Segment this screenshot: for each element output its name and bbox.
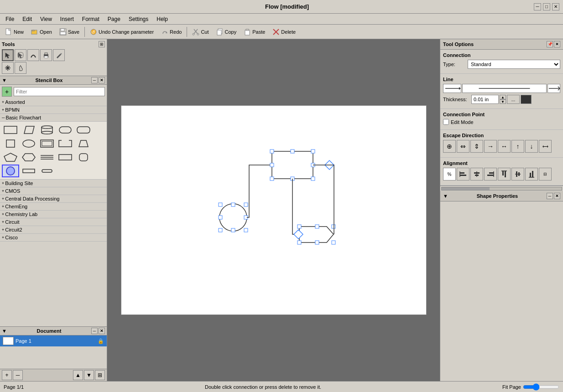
edit-mode-checkbox[interactable] — [443, 119, 449, 125]
align-right[interactable] — [484, 168, 497, 181]
shape-lines[interactable] — [38, 151, 56, 164]
minimize-button[interactable]: ─ — [534, 3, 541, 10]
copy-button[interactable]: Copy — [213, 26, 240, 38]
esc-ud[interactable]: ⇕ — [470, 140, 483, 153]
thickness-more[interactable]: ... — [507, 95, 520, 104]
shape-double-rect[interactable] — [38, 137, 56, 150]
move-page-up[interactable]: ▲ — [73, 370, 83, 380]
esc-lr[interactable]: ⇔ — [457, 140, 469, 153]
cut-button[interactable]: Cut — [189, 26, 212, 38]
menu-help[interactable]: Help — [153, 15, 172, 23]
undo-button[interactable]: ↺ Undo Change parameter — [87, 26, 157, 38]
align-center-v[interactable] — [470, 168, 483, 181]
stencil-filter[interactable] — [14, 87, 105, 96]
shape-rounded-rect[interactable] — [57, 124, 74, 136]
shape-cylinder[interactable] — [38, 124, 56, 136]
thickness-down[interactable]: ▼ — [500, 99, 506, 104]
shape-parallelogram[interactable] — [20, 124, 37, 136]
add-stencil-button[interactable]: + — [2, 87, 12, 97]
canvas-area[interactable] — [107, 39, 440, 381]
print-tool[interactable] — [40, 49, 52, 61]
hand-tool[interactable] — [15, 62, 26, 74]
stencil-cat-chemlab[interactable]: + Chemistry Lab — [0, 211, 107, 218]
delete-button[interactable]: Delete — [269, 26, 299, 38]
add-page-button[interactable]: + — [2, 370, 12, 380]
thickness-up[interactable]: ▲ — [500, 95, 506, 99]
remove-page-button[interactable]: ─ — [13, 370, 23, 380]
move-page-down[interactable]: ▼ — [84, 370, 94, 380]
shape-props-minimize[interactable]: ─ — [547, 193, 553, 199]
maximize-button[interactable]: □ — [543, 3, 550, 10]
select-tool[interactable] — [2, 49, 14, 61]
stencil-minimize[interactable]: ─ — [91, 77, 98, 83]
doc-minimize[interactable]: ─ — [91, 328, 98, 334]
doc-view-options[interactable]: ⊞ — [95, 370, 105, 380]
stencil-cat-bpmn[interactable]: + BPMN — [0, 106, 107, 114]
redo-button[interactable]: Redo — [158, 26, 185, 38]
stencil-cat-basicflowchart[interactable]: ─ Basic Flowchart — [0, 114, 107, 122]
shape-rect-small-h[interactable] — [20, 165, 37, 177]
menu-file[interactable]: File — [2, 15, 18, 23]
align-bottom[interactable] — [525, 168, 538, 181]
line-style-selector[interactable] — [462, 84, 547, 93]
diagram-canvas[interactable] — [121, 105, 427, 315]
line-end-cap[interactable] — [547, 84, 560, 93]
shape-small-rect[interactable] — [57, 151, 74, 164]
line-color[interactable] — [521, 95, 532, 104]
shape-rounded-sq[interactable] — [75, 151, 92, 164]
thickness-input[interactable] — [471, 95, 499, 104]
pan-tool[interactable] — [2, 62, 14, 74]
align-middle-h[interactable] — [511, 168, 524, 181]
align-left[interactable] — [457, 168, 469, 181]
paste-button[interactable]: Paste — [240, 26, 268, 38]
esc-down[interactable]: ↓ — [525, 140, 538, 153]
align-distribute-h[interactable]: ⊟ — [539, 168, 552, 181]
shape-rect-open[interactable] — [57, 137, 74, 150]
pen-tool[interactable] — [53, 49, 65, 61]
scroll-track[interactable] — [441, 187, 562, 191]
stencil-cat-cmos[interactable]: + CMOS — [0, 187, 107, 195]
scroll-thumb[interactable] — [442, 187, 490, 190]
connection-type-select[interactable]: Standard Curved Straight Tree — [468, 60, 560, 69]
stencil-cat-circuit2[interactable]: + Circuit2 — [0, 226, 107, 234]
esc-up[interactable]: ↑ — [511, 140, 524, 153]
close-button[interactable]: ✕ — [552, 3, 559, 10]
shape-ellipse[interactable] — [20, 137, 37, 150]
tool-options-close[interactable]: ✕ — [554, 41, 560, 47]
new-button[interactable]: New — [2, 26, 27, 38]
shape-stadium-h[interactable] — [38, 165, 56, 177]
esc-all[interactable]: ⊕ — [443, 140, 456, 153]
open-button[interactable]: Open — [28, 26, 55, 38]
menu-edit[interactable]: Edit — [19, 15, 36, 23]
shape-props-close[interactable]: ✕ — [554, 193, 560, 199]
shape-circle-selected[interactable] — [2, 165, 19, 177]
stencil-close[interactable]: ✕ — [99, 77, 105, 83]
shape-pentagon[interactable] — [2, 151, 19, 164]
shape-rectangle[interactable] — [2, 124, 19, 136]
shape-trapezoid[interactable] — [75, 137, 92, 150]
menu-page[interactable]: Page — [104, 15, 124, 23]
tool-options-pin[interactable]: 📌 — [547, 41, 553, 47]
zoom-slider[interactable] — [523, 383, 559, 391]
esc-right-only[interactable]: → — [484, 140, 497, 153]
diagram-svg[interactable] — [121, 106, 427, 315]
shape-stadium[interactable] — [75, 124, 92, 136]
menu-view[interactable]: View — [36, 15, 56, 23]
doc-close[interactable]: ✕ — [99, 328, 105, 334]
menu-settings[interactable]: Settings — [125, 15, 152, 23]
stencil-cat-assorted[interactable]: + Assorted — [0, 98, 107, 106]
shape-hexagon[interactable] — [20, 151, 37, 164]
menu-format[interactable]: Format — [78, 15, 103, 23]
line-start-selector[interactable] — [443, 84, 461, 93]
right-scrollbar[interactable] — [440, 186, 563, 191]
stencil-cat-buildingsite[interactable]: + Building Site — [0, 180, 107, 187]
tools-expand-button[interactable]: ⊞ — [99, 41, 105, 47]
esc-h[interactable]: ↔ — [498, 140, 511, 153]
shape-square[interactable] — [2, 137, 19, 150]
menu-insert[interactable]: Insert — [57, 15, 78, 23]
stencil-cat-cisco[interactable]: + Cisco — [0, 234, 107, 242]
curve-tool[interactable] — [27, 49, 39, 61]
save-button[interactable]: Save — [56, 26, 83, 38]
align-top[interactable] — [498, 168, 511, 181]
esc-extra[interactable]: ⟷ — [539, 140, 552, 153]
